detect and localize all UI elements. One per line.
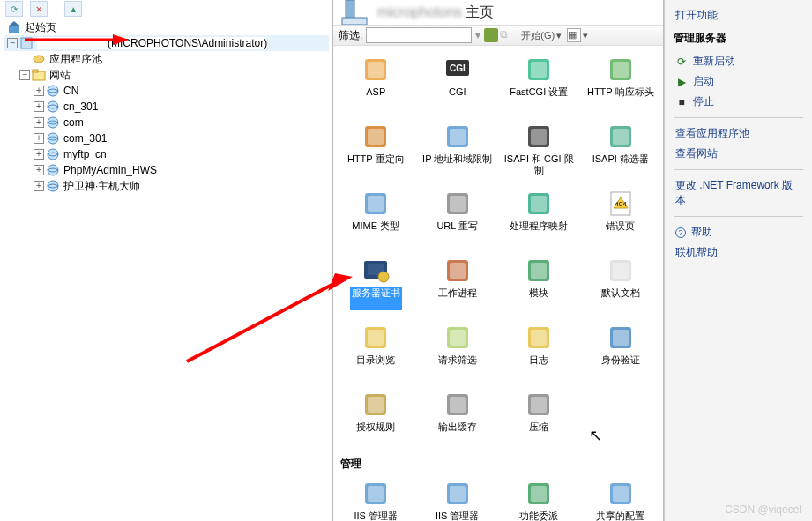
expand-icon[interactable]: + — [34, 86, 44, 96]
tree-label: 起始页 — [25, 20, 56, 35]
expand-icon[interactable]: + — [34, 133, 44, 144]
feature-label: HTTP 重定向 — [347, 153, 405, 176]
globe-icon — [46, 179, 60, 193]
iismgr2-icon — [443, 479, 473, 509]
globe-icon — [46, 163, 60, 177]
action-online-help[interactable]: 联机帮助 — [674, 242, 803, 263]
svg-text:404: 404 — [615, 200, 627, 208]
asp-icon — [361, 55, 391, 85]
tree-server-node[interactable]: − (MICROPHOTONS\Administrator) — [4, 35, 329, 51]
feature-asp[interactable]: ASP — [337, 51, 415, 113]
tree-label: 护卫神·主机大师 — [63, 179, 140, 194]
svg-point-11 — [48, 165, 58, 175]
action-change-net[interactable]: 更改 .NET Framework 版本 — [674, 175, 803, 211]
feature-reqfilter[interactable]: 请求筛选 — [419, 319, 497, 381]
tree-sites[interactable]: − 网站 — [4, 67, 329, 83]
feature-isapifilter[interactable]: ISAPI 筛选器 — [582, 118, 660, 180]
feature-label: 目录浏览 — [356, 354, 395, 377]
action-open-feature[interactable]: 打开功能 — [674, 5, 803, 26]
expand-icon[interactable]: + — [34, 181, 44, 191]
feature-logging[interactable]: 日志 — [500, 319, 578, 381]
feature-label: IIS 管理器 — [436, 510, 480, 521]
feature-list[interactable]: ASPCGICGIFastCGI 设置HTTP 响应标头HTTP 重定向IP 地… — [333, 46, 663, 521]
isapicgi-icon — [524, 122, 554, 152]
expand-icon[interactable]: + — [34, 149, 44, 160]
help-icon: ? — [675, 227, 686, 238]
feature-label: 授权规则 — [356, 421, 395, 444]
tree-site-item[interactable]: +cn_301 — [4, 99, 329, 115]
feature-label: IIS 管理器 — [354, 510, 398, 521]
tree-label: 应用程序池 — [49, 52, 102, 67]
feature-auth[interactable]: 身份验证 — [582, 319, 660, 381]
tree-site-item[interactable]: +com_301 — [4, 130, 329, 146]
up-icon[interactable]: ▲ — [64, 1, 82, 17]
feature-errorpages[interactable]: 404错误页 — [582, 185, 660, 247]
svg-rect-56 — [531, 330, 547, 346]
feature-redirect[interactable]: HTTP 重定向 — [337, 118, 415, 180]
tree-start-page[interactable]: 起始页 — [4, 19, 329, 35]
section-management: 管理 — [340, 457, 659, 472]
feature-label: 服务器证书 — [350, 287, 402, 310]
feature-featdel[interactable]: 功能委派 — [500, 475, 578, 521]
feature-sharedcfg[interactable]: 共享的配置 — [582, 475, 660, 521]
feature-label: ISAPI 和 CGI 限制 — [502, 153, 577, 176]
action-view-sites[interactable]: 查看网站 — [674, 144, 803, 164]
feature-defaultdoc[interactable]: 默认文档 — [582, 252, 660, 314]
feature-mime[interactable]: MIME 类型 — [337, 185, 415, 247]
collapse-icon[interactable]: − — [7, 38, 18, 48]
tree-site-item[interactable]: +myftp_cn — [4, 146, 329, 162]
tree-label: myftp_cn — [63, 148, 107, 160]
page-title: microphotons 主页 — [377, 4, 495, 22]
feature-label: 工作进程 — [438, 287, 477, 310]
action-start[interactable]: ▶启动 — [674, 71, 803, 92]
feature-dirbrowse[interactable]: 目录浏览 — [337, 319, 415, 381]
workerproc-icon — [443, 256, 473, 286]
feature-handler[interactable]: 处理程序映射 — [500, 185, 578, 247]
feature-modules[interactable]: 模块 — [500, 252, 578, 314]
show-all-icon[interactable]: ⧉ — [500, 28, 514, 42]
feature-authrules[interactable]: 授权规则 — [337, 386, 415, 448]
action-stop[interactable]: ■停止 — [674, 92, 803, 112]
connections-tree[interactable]: 起始页 − (MICROPHOTONS\Administrator) 应用程序池… — [0, 18, 332, 196]
tree-app-pools[interactable]: 应用程序池 — [4, 51, 329, 67]
feature-workerproc[interactable]: 工作进程 — [419, 252, 497, 314]
action-view-app-pools[interactable]: 查看应用程序池 — [674, 123, 803, 144]
feature-iismgr2[interactable]: IIS 管理器 — [419, 475, 497, 521]
feature-compression[interactable]: 压缩 — [500, 386, 578, 448]
collapse-icon[interactable]: − — [19, 70, 30, 80]
svg-point-8 — [48, 117, 58, 128]
start-dropdown[interactable]: 开始(G)▾ ▦▾ — [518, 28, 592, 42]
feature-iismgr1[interactable]: IIS 管理器 — [337, 475, 415, 521]
filter-input[interactable] — [366, 27, 472, 43]
redirect-icon — [361, 122, 391, 152]
action-restart[interactable]: ⟳重新启动 — [674, 51, 803, 71]
tree-site-item[interactable]: +CN — [4, 83, 329, 99]
feature-ipdomain[interactable]: IP 地址和域限制 — [419, 118, 497, 180]
svg-rect-64 — [531, 397, 547, 413]
svg-rect-54 — [450, 330, 466, 346]
expand-icon[interactable]: + — [34, 165, 44, 175]
tree-site-item[interactable]: +com — [4, 115, 329, 130]
refresh-icon[interactable]: ⟳ — [5, 1, 23, 17]
svg-point-12 — [48, 181, 58, 191]
expand-icon[interactable]: + — [34, 101, 44, 112]
httpresp-icon — [606, 55, 636, 85]
home-icon — [7, 20, 21, 34]
expand-icon[interactable]: + — [34, 117, 44, 128]
feature-urlrewrite[interactable]: URL 重写 — [419, 185, 497, 247]
feature-isapicgi[interactable]: ISAPI 和 CGI 限制 — [500, 118, 578, 180]
feature-panel: microphotons 主页 筛选: ▾ ⧉ 开始(G)▾ ▦▾ ASPCGI… — [333, 0, 664, 521]
feature-outputcache[interactable]: 输出缓存 — [419, 386, 497, 448]
action-help[interactable]: ?帮助 — [674, 222, 803, 242]
feature-servercerts[interactable]: 服务器证书 — [337, 252, 415, 314]
outputcache-icon — [443, 390, 473, 420]
remove-icon[interactable]: ✕ — [30, 1, 48, 17]
tree-site-item[interactable]: +PhpMyAdmin_HWS — [4, 162, 329, 178]
go-icon[interactable] — [484, 28, 498, 42]
feature-cgi[interactable]: CGICGI — [419, 51, 497, 113]
modules-icon — [524, 256, 554, 286]
feature-fastcgi[interactable]: FastCGI 设置 — [500, 51, 578, 113]
svg-rect-32 — [613, 129, 629, 145]
feature-httpresp[interactable]: HTTP 响应标头 — [582, 51, 660, 113]
tree-site-item[interactable]: +护卫神·主机大师 — [4, 178, 329, 194]
